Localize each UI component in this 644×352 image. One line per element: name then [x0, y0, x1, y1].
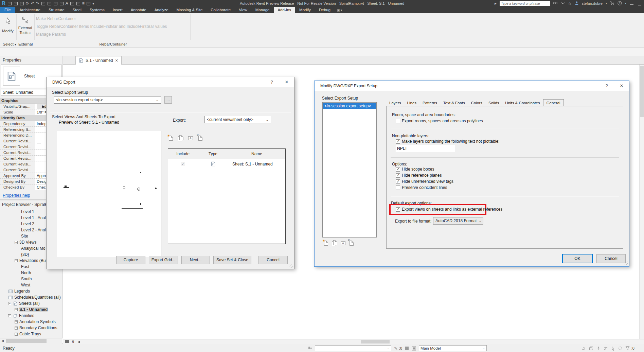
restore-icon[interactable] [637, 1, 642, 5]
ok-button[interactable]: OK [562, 254, 592, 263]
tree-item-label[interactable]: Level 2 - Anal [21, 228, 46, 232]
search-input[interactable] [500, 1, 550, 6]
collapse-icon[interactable]: − [15, 241, 18, 244]
col-type[interactable]: Type [198, 149, 228, 159]
tree-item-north[interactable]: North [0, 270, 62, 276]
tree-item-sheets-all[interactable]: −Sheets (all) [0, 300, 62, 306]
select-links-icon[interactable] [582, 346, 586, 351]
tree-item-label[interactable]: Annotation Symbols [19, 319, 56, 324]
tree-item-label[interactable]: Site [21, 234, 28, 239]
search-icon[interactable] [553, 1, 558, 6]
measure-icon[interactable] [47, 1, 52, 6]
tree-item-boundary-conditions[interactable]: +Boundary Conditions [0, 325, 62, 331]
aligned-dimension-icon[interactable] [53, 1, 58, 6]
tree-item-label[interactable]: Sheets (all) [19, 301, 40, 306]
undo-icon[interactable]: ↶ [31, 1, 34, 6]
help-icon[interactable]: ? [618, 1, 622, 6]
hide-unreferenced-view-tags-checkbox[interactable] [396, 179, 400, 184]
tree-item-label[interactable]: West [21, 283, 30, 287]
ribbon-tab-view[interactable]: View [235, 7, 251, 13]
revit-logo[interactable]: R [2, 1, 6, 6]
ribbon-tab-systems[interactable]: Systems [86, 7, 108, 13]
capture-button[interactable]: Capture [116, 256, 145, 264]
resize-grip[interactable] [289, 264, 293, 268]
setup-tab-patterns[interactable]: Patterns [419, 100, 440, 106]
scroll-left-icon[interactable]: ◀ [0, 339, 5, 342]
drag-on-selection-icon[interactable] [611, 346, 615, 351]
export-views-xref-checkbox[interactable] [396, 207, 400, 212]
ribbon-tab-collaborate[interactable]: Collaborate [207, 7, 234, 13]
save-set-close-button[interactable]: Save Set & Close [213, 256, 251, 264]
tree-item-west[interactable]: West [0, 282, 62, 288]
select-pinned-icon[interactable] [596, 346, 601, 351]
ribbon-display-toggle-icon[interactable]: ▣ ▾ [335, 7, 344, 13]
switch-windows-icon[interactable] [86, 1, 91, 6]
export-rooms-checkbox[interactable] [396, 119, 400, 123]
tree-item-label[interactable]: East [21, 264, 29, 269]
project-browser-hscrollbar[interactable]: ◀ [0, 338, 62, 343]
app-store-cart-icon[interactable] [610, 1, 614, 6]
expand-icon[interactable]: + [15, 320, 18, 323]
favorites-icon[interactable]: ☆ [568, 1, 572, 5]
communication-center-icon[interactable] [561, 1, 565, 6]
ribbon-tab-manage[interactable]: Manage [252, 7, 273, 13]
ribbon-tab-steel[interactable]: Steel [69, 7, 85, 13]
user-menu-caret-icon[interactable]: ▾ [606, 2, 607, 5]
col-name[interactable]: Name [228, 149, 285, 159]
delete-setup-icon[interactable]: ✘ [348, 240, 355, 247]
redo-icon[interactable]: ↷ [36, 1, 39, 6]
tree-item-schedules-quantities-all[interactable]: Schedules/Quantities (all) [0, 294, 62, 300]
tag-icon[interactable] [59, 1, 64, 6]
tree-item-label[interactable]: Level 1 - Anal [21, 215, 46, 220]
cancel-button[interactable]: Cancel [596, 254, 626, 263]
search-arrow-icon[interactable]: ▸ [495, 1, 497, 5]
setup-tab-text-fonts[interactable]: Text & Fonts [440, 100, 468, 106]
setup-tab-general[interactable]: General [543, 99, 564, 107]
design-option-combo[interactable]: Main Model⌄ [419, 345, 487, 351]
rename-set-icon[interactable]: A [187, 135, 194, 142]
col-include[interactable]: Include [168, 149, 198, 159]
ribbon-tab-architecture[interactable]: Architecture [16, 7, 44, 13]
signed-in-user[interactable]: stefan.dobre [582, 1, 603, 5]
thin-lines-icon[interactable]: ≡ [82, 1, 85, 6]
tree-item-s-1-unnamed[interactable]: +S.1 - Unnamed [0, 306, 62, 313]
nonplottable-checkbox[interactable] [396, 139, 400, 144]
ribbon-tab-modify[interactable]: Modify [296, 7, 315, 13]
duplicate-setup-icon[interactable] [332, 240, 338, 247]
dialog-help-icon[interactable]: ? [599, 81, 614, 91]
collapse-icon[interactable]: − [8, 302, 11, 305]
export-scope-combo[interactable]: <current view/sheet only>⌄ [204, 116, 271, 123]
file-tab-icon[interactable] [7, 1, 12, 6]
ribbon-tab-annotate[interactable]: Annotate [127, 7, 150, 13]
view-tab-s1-unnamed[interactable]: S.1 - Unnamed ✕ [75, 56, 122, 65]
file-format-combo[interactable]: AutoCAD 2018 Format⌄ [433, 217, 483, 225]
scroll-left-icon[interactable]: ◀ [76, 340, 81, 344]
canvas-vscrollbar[interactable] [639, 65, 644, 339]
next-button[interactable]: Next... [181, 256, 210, 264]
browse-setup-button[interactable]: ... [164, 96, 172, 104]
nonplottable-text-input[interactable] [395, 145, 455, 152]
close-icon[interactable]: ✕ [115, 58, 118, 63]
collapse-icon[interactable]: − [8, 314, 11, 317]
ribbon-tab-file[interactable]: File [0, 7, 15, 13]
ribbon-tab-analyze[interactable]: Analyze [151, 7, 172, 13]
property-checkbox[interactable] [37, 139, 41, 143]
editable-only-icon[interactable]: ✎ [394, 346, 398, 351]
tree-item-label[interactable]: 3D Views [19, 240, 36, 245]
scrollbar-thumb[interactable] [640, 66, 644, 117]
active-workset-combo[interactable]: ⌄ [315, 345, 391, 351]
export-setup-list[interactable]: <in-session export setup> [322, 102, 377, 237]
setup-tab-layers[interactable]: Layers [386, 100, 404, 106]
save-icon[interactable] [20, 1, 24, 6]
list-item-selected[interactable]: <in-session export setup> [323, 103, 376, 109]
tree-item-label[interactable]: Level 1 [21, 209, 34, 214]
customize-qat-icon[interactable]: ▾ [92, 1, 94, 6]
worksharing-display-icon[interactable] [405, 346, 409, 351]
sync-icon[interactable]: ⟳ [26, 1, 29, 6]
ribbon-tab-debug[interactable]: Debug [315, 7, 334, 13]
setup-tab-units-coordinates[interactable]: Units & Coordinates [502, 100, 543, 106]
modify-dialog-titlebar[interactable]: Modify DWG/DXF Export Setup [315, 81, 629, 91]
dialog-close-icon[interactable]: ✕ [279, 77, 294, 87]
setup-tab-lines[interactable]: Lines [404, 100, 420, 106]
section-icon[interactable] [76, 1, 80, 6]
